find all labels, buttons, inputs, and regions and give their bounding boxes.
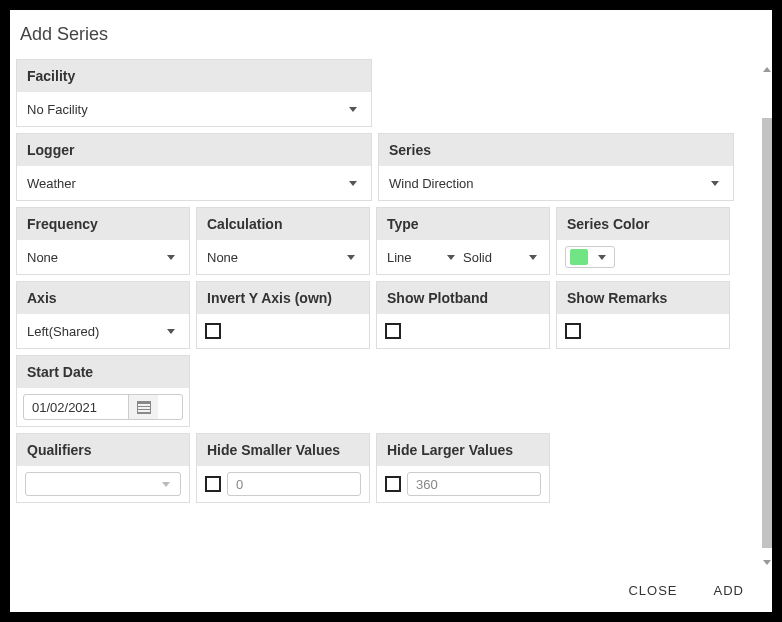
type-style-select[interactable]: Solid: [461, 246, 543, 268]
show-remarks-group: Show Remarks: [556, 281, 730, 349]
type-style-value: Solid: [463, 250, 523, 265]
chevron-down-icon: [167, 255, 175, 260]
axis-select[interactable]: Left(Shared): [25, 320, 181, 342]
start-date-group: Start Date 01/02/2021: [16, 355, 190, 427]
dialog-footer: CLOSE ADD: [10, 568, 772, 612]
frequency-label: Frequency: [17, 208, 189, 240]
chevron-down-icon: [349, 107, 357, 112]
close-button[interactable]: CLOSE: [628, 583, 677, 598]
axis-group: Axis Left(Shared): [16, 281, 190, 349]
series-value: Wind Direction: [389, 176, 705, 191]
facility-select[interactable]: No Facility: [25, 98, 363, 120]
calculation-select[interactable]: None: [205, 246, 361, 268]
calculation-value: None: [207, 250, 341, 265]
logger-value: Weather: [27, 176, 343, 191]
scroll-down-icon[interactable]: [762, 558, 772, 566]
series-color-group: Series Color: [556, 207, 730, 275]
hide-larger-checkbox[interactable]: [385, 476, 401, 492]
series-color-label: Series Color: [557, 208, 729, 240]
series-color-picker[interactable]: [565, 246, 615, 268]
add-button[interactable]: ADD: [714, 583, 744, 598]
series-select[interactable]: Wind Direction: [387, 172, 725, 194]
hide-larger-group: Hide Larger Values 360: [376, 433, 550, 503]
invert-y-label: Invert Y Axis (own): [197, 282, 369, 314]
chevron-down-icon: [349, 181, 357, 186]
logger-label: Logger: [17, 134, 371, 166]
logger-select[interactable]: Weather: [25, 172, 363, 194]
type-label: Type: [377, 208, 549, 240]
calendar-icon: [137, 401, 151, 414]
series-label: Series: [379, 134, 733, 166]
start-date-input[interactable]: 01/02/2021: [24, 395, 128, 419]
dialog-title: Add Series: [10, 10, 772, 53]
show-plotband-group: Show Plotband: [376, 281, 550, 349]
qualifiers-group: Qualifiers: [16, 433, 190, 503]
invert-y-checkbox[interactable]: [205, 323, 221, 339]
show-plotband-checkbox[interactable]: [385, 323, 401, 339]
frequency-value: None: [27, 250, 161, 265]
chevron-down-icon: [529, 255, 537, 260]
dialog-body: Facility No Facility Logger Weather: [10, 53, 772, 568]
frequency-select[interactable]: None: [25, 246, 181, 268]
type-chart-value: Line: [387, 250, 441, 265]
chevron-down-icon: [167, 329, 175, 334]
chevron-down-icon: [598, 255, 606, 260]
scrollbar-thumb[interactable]: [762, 118, 772, 548]
axis-label: Axis: [17, 282, 189, 314]
add-series-dialog: Add Series Facility No Facility Logger: [10, 10, 772, 612]
frequency-group: Frequency None: [16, 207, 190, 275]
calculation-group: Calculation None: [196, 207, 370, 275]
hide-larger-input[interactable]: 360: [407, 472, 541, 496]
show-remarks-checkbox[interactable]: [565, 323, 581, 339]
calendar-button[interactable]: [128, 395, 158, 419]
hide-larger-label: Hide Larger Values: [377, 434, 549, 466]
start-date-label: Start Date: [17, 356, 189, 388]
series-group: Series Wind Direction: [378, 133, 734, 201]
calculation-label: Calculation: [197, 208, 369, 240]
hide-smaller-label: Hide Smaller Values: [197, 434, 369, 466]
color-swatch: [570, 249, 588, 265]
facility-label: Facility: [17, 60, 371, 92]
start-date-field: 01/02/2021: [23, 394, 183, 420]
show-remarks-label: Show Remarks: [557, 282, 729, 314]
chevron-down-icon: [447, 255, 455, 260]
facility-value: No Facility: [27, 102, 343, 117]
scroll-up-icon[interactable]: [762, 65, 772, 73]
invert-y-group: Invert Y Axis (own): [196, 281, 370, 349]
hide-smaller-checkbox[interactable]: [205, 476, 221, 492]
logger-group: Logger Weather: [16, 133, 372, 201]
qualifiers-label: Qualifiers: [17, 434, 189, 466]
qualifiers-select[interactable]: [25, 472, 181, 496]
type-chart-select[interactable]: Line: [385, 246, 461, 268]
type-group: Type Line Solid: [376, 207, 550, 275]
hide-smaller-input[interactable]: 0: [227, 472, 361, 496]
hide-smaller-group: Hide Smaller Values 0: [196, 433, 370, 503]
facility-group: Facility No Facility: [16, 59, 372, 127]
chevron-down-icon: [162, 482, 170, 487]
chevron-down-icon: [711, 181, 719, 186]
chevron-down-icon: [347, 255, 355, 260]
show-plotband-label: Show Plotband: [377, 282, 549, 314]
axis-value: Left(Shared): [27, 324, 161, 339]
